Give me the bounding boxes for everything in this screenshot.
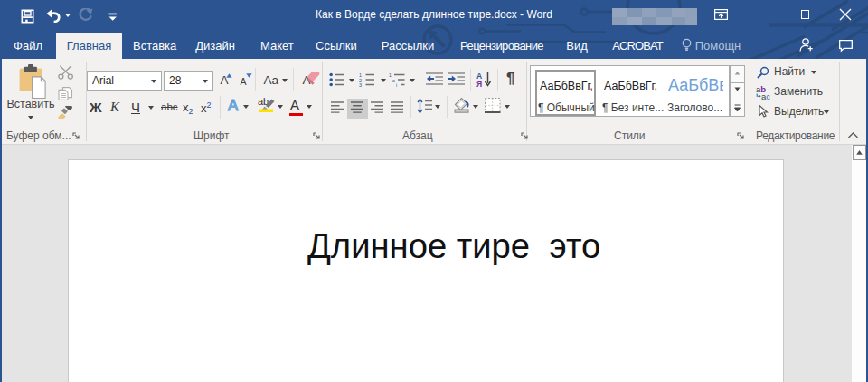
svg-text:3: 3: [359, 82, 362, 87]
svg-text:1: 1: [389, 72, 392, 78]
svg-text:i: i: [396, 82, 397, 87]
svg-text:a: a: [392, 78, 395, 83]
svg-text:ac: ac: [761, 91, 770, 100]
svg-text:Я: Я: [476, 80, 482, 88]
